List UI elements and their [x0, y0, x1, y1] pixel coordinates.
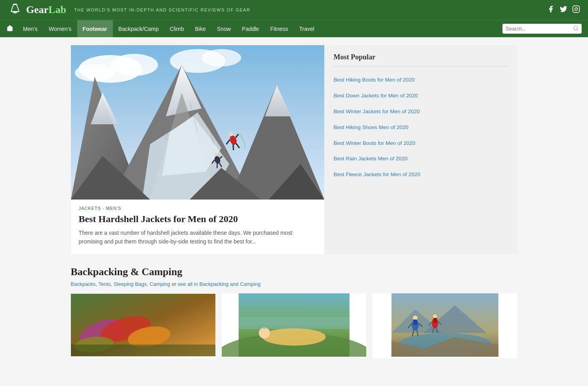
- card-img-camping: [222, 293, 366, 357]
- search-button[interactable]: [573, 25, 578, 32]
- instagram-icon[interactable]: [572, 5, 580, 15]
- main-content: JACKETS - MEN'S Best Hardshell Jackets f…: [65, 45, 524, 358]
- svg-rect-49: [238, 317, 349, 329]
- twitter-icon[interactable]: [559, 5, 567, 15]
- featured-section: JACKETS - MEN'S Best Hardshell Jackets f…: [71, 45, 518, 254]
- svg-point-8: [110, 54, 158, 76]
- nav-climb[interactable]: Climb: [164, 20, 190, 38]
- nav-snow[interactable]: Snow: [211, 20, 236, 38]
- nav-bike[interactable]: Bike: [190, 20, 211, 38]
- svg-rect-56: [413, 319, 417, 325]
- svg-rect-1: [13, 4, 17, 5]
- featured-body: JACKETS - MEN'S Best Hardshell Jackets f…: [71, 200, 324, 254]
- hero-svg: [71, 45, 324, 200]
- svg-point-62: [433, 314, 437, 318]
- svg-marker-0: [11, 4, 19, 11]
- svg-rect-63: [434, 318, 437, 323]
- nav-items: Men's Women's Footwear Backpack/Camp Cli…: [17, 20, 502, 38]
- most-popular-heading: Most Popular: [334, 53, 508, 61]
- top-bar: GearLab THE WORLD'S MOST IN-DEPTH AND SC…: [0, 0, 588, 20]
- backpacking-title: Backpacking & Camping: [71, 266, 518, 278]
- svg-point-47: [262, 328, 325, 346]
- link-tents[interactable]: Tents: [98, 281, 110, 287]
- featured-hero-image: [71, 45, 324, 200]
- list-item[interactable]: Best Down Jackets for Men of 2020: [334, 88, 508, 104]
- logo-area: GearLab THE WORLD'S MOST IN-DEPTH AND SC…: [8, 3, 250, 17]
- svg-line-5: [577, 29, 578, 30]
- most-popular-sidebar: Most Popular Best Hiking Boots for Men o…: [324, 45, 518, 254]
- link-camping[interactable]: Camping: [150, 281, 170, 287]
- article-category: JACKETS - MEN'S: [79, 206, 316, 211]
- svg-rect-2: [573, 6, 580, 12]
- nav-fitness[interactable]: Fitness: [265, 20, 293, 38]
- link-sleeping-bags[interactable]: Sleeping Bags: [114, 281, 147, 287]
- card-img-hikers: [373, 293, 517, 357]
- svg-point-4: [574, 26, 577, 30]
- nav-footwear[interactable]: Footwear: [77, 20, 113, 38]
- svg-rect-44: [71, 344, 215, 356]
- backpacking-section-heading: Backpacking & Camping: [71, 266, 518, 278]
- nav-backpack[interactable]: Backpack/Camp: [113, 20, 164, 38]
- card-img-sleeping: [71, 293, 215, 357]
- card-camping: [222, 293, 366, 358]
- search-input[interactable]: [506, 26, 573, 32]
- popular-list: Best Hiking Boots for Men of 2020 Best D…: [334, 72, 508, 183]
- nav-bar: Men's Women's Footwear Backpack/Camp Cli…: [0, 20, 588, 37]
- card-hiking: [373, 293, 517, 358]
- search-box: [502, 24, 582, 34]
- article-title[interactable]: Best Hardshell Jackets for Men of 2020: [79, 214, 316, 224]
- social-icons: [547, 5, 580, 15]
- backpacking-cards-row: [71, 293, 518, 358]
- featured-article: JACKETS - MEN'S Best Hardshell Jackets f…: [71, 45, 324, 254]
- facebook-icon[interactable]: [547, 5, 555, 15]
- flask-icon: [8, 3, 22, 17]
- svg-point-48: [259, 327, 270, 338]
- list-item[interactable]: Best Winter Jackets for Men of 2020: [334, 104, 508, 120]
- list-item[interactable]: Best Fleece Jackets for Men of 2020: [334, 167, 508, 183]
- list-item[interactable]: Best Rain Jackets Men of 2020: [334, 151, 508, 167]
- section-links: Backpacks, Tents, Sleeping Bags, Camping…: [71, 281, 518, 287]
- popular-divider: [334, 66, 508, 67]
- link-backpacks[interactable]: Backpacks: [71, 281, 96, 287]
- nav-paddle[interactable]: Paddle: [236, 20, 265, 38]
- card-sleeping-bags: [71, 293, 215, 358]
- nav-womens[interactable]: Women's: [43, 20, 77, 38]
- nav-mens[interactable]: Men's: [17, 20, 43, 38]
- link-see-all[interactable]: see all in Backpacking and Camping: [178, 281, 261, 287]
- list-item[interactable]: Best Hiking Shoes Men of 2020: [334, 120, 508, 135]
- logo-text: GearLab: [26, 4, 66, 16]
- list-item[interactable]: Best Hiking Boots for Men of 2020: [334, 72, 508, 88]
- article-excerpt: There are a vast number of hardshell jac…: [79, 228, 316, 246]
- list-item[interactable]: Best Winter Boots for Men of 2020: [334, 135, 508, 151]
- nav-travel[interactable]: Travel: [294, 20, 320, 38]
- tagline: THE WORLD'S MOST IN-DEPTH AND SCIENTIFIC…: [74, 8, 250, 12]
- home-nav-icon[interactable]: [6, 25, 13, 33]
- svg-point-11: [202, 49, 241, 67]
